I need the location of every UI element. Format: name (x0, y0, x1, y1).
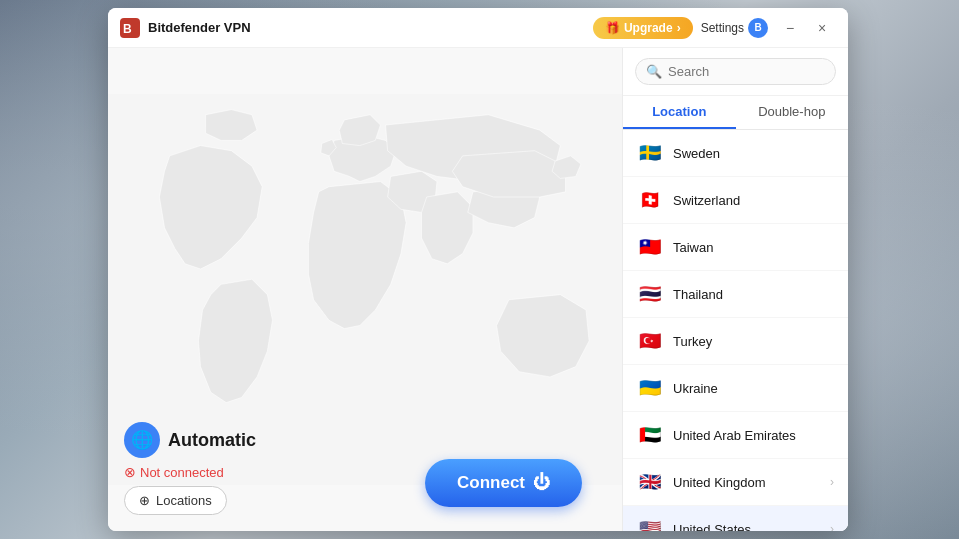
location-badge: 🌐 Automatic (124, 422, 256, 458)
country-list: 🇸🇪Sweden🇨🇭Switzerland🇹🇼Taiwan🇹🇭Thailand🇹… (623, 130, 848, 531)
country-item[interactable]: 🇨🇭Switzerland (623, 177, 848, 224)
country-flag: 🇹🇭 (637, 281, 663, 307)
country-item[interactable]: 🇺🇸United States› (623, 506, 848, 531)
search-input[interactable] (668, 64, 825, 79)
country-item[interactable]: 🇸🇪Sweden (623, 130, 848, 177)
avatar: B (748, 18, 768, 38)
upgrade-button[interactable]: 🎁 Upgrade › (593, 17, 693, 39)
pin-icon: ⊕ (139, 493, 150, 508)
minimize-button[interactable]: − (776, 14, 804, 42)
country-name: Ukraine (673, 381, 834, 396)
country-item[interactable]: 🇬🇧United Kingdom› (623, 459, 848, 506)
locations-button[interactable]: ⊕ Locations (124, 486, 227, 515)
country-flag: 🇹🇷 (637, 328, 663, 354)
search-input-wrap: 🔍 (635, 58, 836, 85)
country-flag: 🇦🇪 (637, 422, 663, 448)
tab-location[interactable]: Location (623, 96, 736, 129)
country-name: United States (673, 522, 820, 532)
country-name: Switzerland (673, 193, 834, 208)
connect-button[interactable]: Connect ⏻ (425, 459, 582, 507)
country-item[interactable]: 🇺🇦Ukraine (623, 365, 848, 412)
app-title: Bitdefender VPN (148, 20, 593, 35)
search-bar: 🔍 (623, 48, 848, 96)
app-window: B Bitdefender VPN 🎁 Upgrade › Settings B… (108, 8, 848, 531)
window-controls: − × (776, 14, 836, 42)
location-name: Automatic (168, 430, 256, 451)
tab-row: Location Double-hop (623, 96, 848, 130)
right-panel: 🔍 Location Double-hop 🇸🇪Sweden🇨🇭Switzerl… (622, 48, 848, 531)
country-name: Turkey (673, 334, 834, 349)
country-item[interactable]: 🇹🇭Thailand (623, 271, 848, 318)
settings-button[interactable]: Settings B (701, 18, 768, 38)
not-connected-icon: ⊗ (124, 464, 136, 480)
country-flag: 🇸🇪 (637, 140, 663, 166)
arrow-icon: › (677, 21, 681, 35)
country-name: Taiwan (673, 240, 834, 255)
country-name: United Arab Emirates (673, 428, 834, 443)
close-button[interactable]: × (808, 14, 836, 42)
main-content: 🌐 Automatic ⊗ Not connected ⊕ Locations … (108, 48, 848, 531)
app-logo: B (120, 18, 140, 38)
country-flag: 🇺🇸 (637, 516, 663, 531)
not-connected-status: ⊗ Not connected (124, 464, 256, 480)
tab-double-hop[interactable]: Double-hop (736, 96, 849, 129)
title-bar: B Bitdefender VPN 🎁 Upgrade › Settings B… (108, 8, 848, 48)
country-name: Sweden (673, 146, 834, 161)
chevron-right-icon: › (830, 522, 834, 531)
country-name: United Kingdom (673, 475, 820, 490)
gift-icon: 🎁 (605, 21, 620, 35)
country-name: Thailand (673, 287, 834, 302)
location-icon: 🌐 (124, 422, 160, 458)
country-item[interactable]: 🇹🇼Taiwan (623, 224, 848, 271)
search-icon: 🔍 (646, 64, 662, 79)
country-item[interactable]: 🇦🇪United Arab Emirates (623, 412, 848, 459)
chevron-right-icon: › (830, 475, 834, 489)
power-icon: ⏻ (533, 473, 550, 493)
map-area: 🌐 Automatic ⊗ Not connected ⊕ Locations … (108, 48, 622, 531)
country-flag: 🇨🇭 (637, 187, 663, 213)
title-bar-actions: 🎁 Upgrade › Settings B (593, 17, 768, 39)
country-flag: 🇺🇦 (637, 375, 663, 401)
country-item[interactable]: 🇹🇷Turkey (623, 318, 848, 365)
country-flag: 🇹🇼 (637, 234, 663, 260)
map-bottom: 🌐 Automatic ⊗ Not connected ⊕ Locations (124, 422, 256, 515)
country-flag: 🇬🇧 (637, 469, 663, 495)
svg-text:B: B (123, 22, 132, 36)
